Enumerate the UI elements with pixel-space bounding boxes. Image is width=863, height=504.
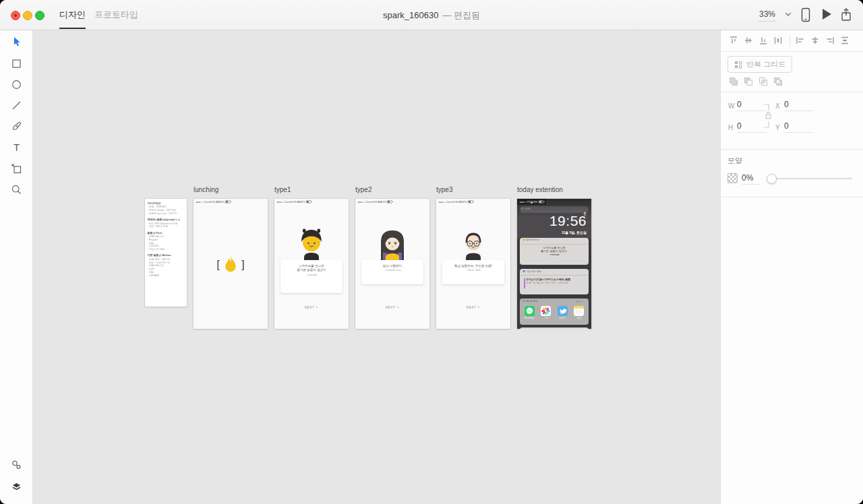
event-time: 11월 7일 월요일 오전 7:00 - 오전 8:00	[526, 282, 589, 285]
align-left-icon[interactable]	[796, 36, 805, 45]
spec-heading: 말풍선 Font	[148, 230, 185, 234]
distribute-horizontal-icon[interactable]	[773, 36, 783, 45]
chevron-down-icon[interactable]	[785, 12, 792, 17]
ios-status-bar: ●●●○○ Carrier9:41 AM 42%	[194, 199, 233, 205]
subtract-icon[interactable]	[744, 77, 753, 86]
app-logo: [ ]	[194, 255, 268, 274]
widget-siri-app-suggestions: Siri 앱 제안 더보기 WhatsApp 사진 트	[520, 298, 589, 325]
next-button: NEXT >	[436, 306, 510, 309]
y-field[interactable]: 0	[784, 121, 814, 133]
opacity-slider-track[interactable]	[771, 178, 852, 179]
artboard-today-extention[interactable]: ●●●○○ KT 58% 검색 19:56 11월 5일, 토요일 Spark …	[517, 199, 591, 329]
ellipse-tool-icon[interactable]	[11, 79, 22, 90]
rectangle-tool-icon[interactable]	[11, 58, 22, 69]
pen-tool-icon[interactable]	[11, 121, 22, 132]
alignment-toolbar	[721, 30, 863, 52]
title-bar: 디자인 프로토타입 spark_160630— 편집됨 33%	[0, 0, 863, 30]
lock-aspect-icon[interactable]	[763, 101, 772, 131]
artboard-type1[interactable]: ●●●○○ Carrier9:41 AM 42% 노마드씨를 만나면 즐거운 일…	[274, 199, 349, 329]
spec-heading: 캐릭터+말풍선(group) x, y	[148, 218, 185, 222]
align-middle-icon[interactable]	[744, 36, 753, 45]
canvas[interactable]: 가이드라인 - 배경 : #F4F4F4 - 캐릭터 image : 124*1…	[32, 30, 720, 504]
ios-status-bar: ●●●○○ Carrier9:41 AM 42%	[355, 199, 394, 205]
show-more-link: 더보기	[520, 300, 589, 303]
bubble-text: 노마드씨를 만나면 즐거운 일들이 생긴다	[280, 263, 343, 272]
artboard-label-type1[interactable]: type1	[274, 186, 291, 193]
union-icon[interactable]	[729, 77, 738, 86]
distribute-vertical-icon[interactable]	[840, 36, 850, 45]
artboard-tool-icon[interactable]	[11, 163, 22, 175]
spec-heading: 다른 말풍선 Button	[148, 253, 185, 257]
spec-heading: 가이드라인	[148, 201, 185, 206]
artboard-type2[interactable]: ●●●○○ Carrier9:41 AM 42% 일단 사랑한다 - nomad…	[355, 199, 429, 329]
tool-rail: T	[0, 30, 33, 504]
next-button: NEXT >	[274, 306, 349, 309]
layers-icon[interactable]	[11, 481, 22, 493]
spec-body: - 버튼 영역 : 180*75 - 위치 : 하단에서 70 - 애플산돌고딕…	[148, 257, 185, 277]
opacity-field[interactable]: 0%	[742, 173, 761, 185]
artboard-label-type2[interactable]: type2	[355, 186, 371, 193]
artboard-label-lunching[interactable]: lunching	[194, 186, 218, 193]
app-label: 트위터	[555, 317, 570, 320]
next-widget-edge	[520, 327, 589, 330]
widget-quote: 노마드씨를 만나면 즐거운 일들이 생긴다. - nomadc	[520, 246, 589, 256]
widget-title: 다음 예정 항목	[526, 270, 541, 273]
battery-icon	[225, 201, 231, 203]
h-label: H	[728, 124, 733, 131]
app-dot-icon	[523, 239, 525, 241]
whatsapp-icon	[525, 306, 535, 316]
zoom-tool-icon[interactable]	[11, 184, 22, 195]
share-icon[interactable]	[840, 7, 852, 22]
bracket-close: ]	[241, 258, 245, 272]
text-tool-icon[interactable]: T	[11, 142, 22, 154]
bubble-attribution: - nomadc lucy	[361, 268, 423, 272]
document-title: spark_160630— 편집됨	[0, 9, 863, 22]
boolean-ops	[729, 77, 783, 86]
widget-app-name: Spark Future	[526, 239, 539, 241]
event-color-bar	[524, 278, 525, 288]
spec-body: - 배경 : #F4F4F4 - 캐릭터 image : 124*144 - 말…	[148, 206, 185, 215]
artboard-label-type3[interactable]: type3	[436, 186, 452, 193]
ios-status-bar: ●●●○○ Carrier9:41 AM 42%	[436, 199, 475, 205]
speech-bubble: 노마드씨를 만나면 즐거운 일들이 생긴다 - nomadc	[280, 260, 343, 293]
character-boy	[293, 224, 330, 261]
repeat-grid-button[interactable]: 반복 그리드	[727, 56, 792, 73]
ios-status-bar-dark: ●●●○○ KT 58%	[517, 199, 546, 205]
zoom-level-field[interactable]: 33%	[758, 9, 777, 22]
select-tool-icon[interactable]	[11, 36, 22, 48]
intersect-icon[interactable]	[758, 77, 768, 86]
divider	[790, 34, 790, 46]
character-steve-jobs	[455, 224, 492, 261]
line-tool-icon[interactable]	[11, 100, 22, 111]
x-field[interactable]: 0	[784, 100, 814, 111]
search-bar: 검색	[520, 206, 589, 213]
widget-spark-future: Spark Future 노마드씨를 만나면 즐거운 일들이 생긴다. - no…	[520, 238, 589, 265]
photos-icon	[541, 306, 551, 316]
clock: 19:56	[549, 213, 587, 229]
align-top-icon[interactable]	[729, 36, 738, 45]
app-label: WhatsApp	[522, 317, 537, 319]
date: 11월 5일, 토요일	[517, 230, 591, 235]
align-center-icon[interactable]	[810, 36, 820, 45]
artboard-label-today-extention[interactable]: today extention	[517, 186, 563, 193]
spec-notes: 가이드라인 - 배경 : #F4F4F4 - 캐릭터 image : 124*1…	[145, 199, 187, 279]
device-preview-icon[interactable]	[801, 7, 810, 22]
app-window: 디자인 프로토타입 spark_160630— 편집됨 33% T	[0, 0, 863, 504]
align-right-icon[interactable]	[825, 36, 835, 45]
y-label: Y	[775, 124, 780, 131]
assets-icon[interactable]	[11, 460, 22, 471]
opacity-slider-handle[interactable]	[767, 174, 777, 184]
app-label: 사진	[539, 317, 554, 320]
bubble-text: 일단 사랑한다	[361, 263, 423, 268]
artboard-type3[interactable]: ●●●○○ Carrier9:41 AM 42% 항상 갈망하라, 무모할 만큼…	[436, 199, 510, 329]
align-bottom-icon[interactable]	[758, 36, 768, 45]
bracket-open: [	[216, 258, 220, 272]
twitter-icon	[558, 306, 568, 316]
play-icon[interactable]	[821, 7, 832, 21]
artboard-lunching[interactable]: ●●●○○ Carrier9:41 AM 42% [ ]	[194, 199, 268, 329]
exclude-overlap-icon[interactable]	[773, 77, 783, 86]
speech-bubble: 항상 갈망하라, 무모할 만큼! - Steve Jobs	[442, 260, 504, 284]
flame-icon	[223, 255, 238, 274]
repeat-grid-icon	[734, 61, 742, 69]
artboard-spec-sheet[interactable]: 가이드라인 - 배경 : #F4F4F4 - 캐릭터 image : 124*1…	[145, 199, 187, 307]
